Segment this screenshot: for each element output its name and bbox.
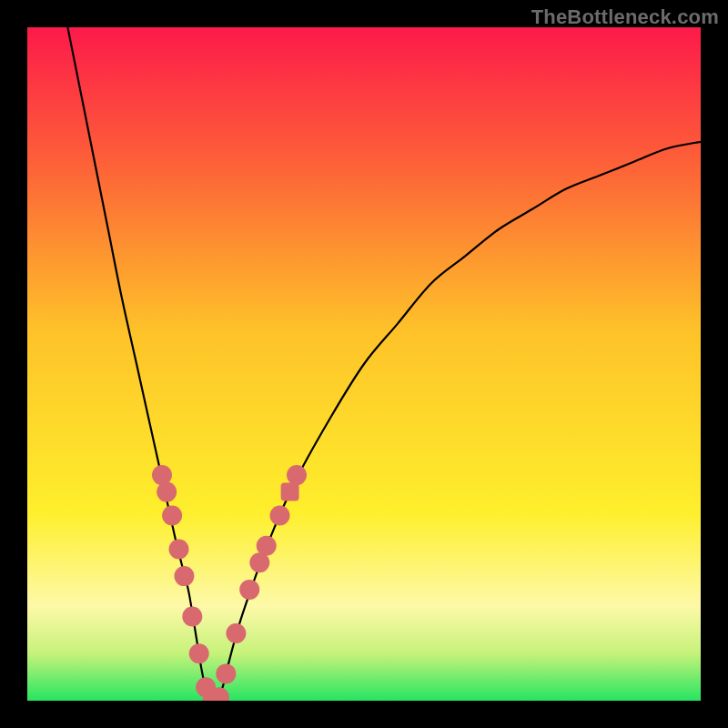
data-marker (189, 643, 209, 663)
watermark-text: TheBottleneck.com (531, 5, 719, 29)
data-marker (152, 465, 172, 485)
data-marker (216, 663, 236, 683)
data-marker (162, 506, 182, 526)
chart-svg (27, 27, 701, 701)
data-marker (182, 607, 202, 627)
data-marker (287, 465, 307, 485)
data-marker (226, 623, 246, 643)
data-marker (257, 536, 277, 556)
data-marker (239, 580, 259, 600)
data-marker (157, 482, 177, 502)
chart-frame: TheBottleneck.com (0, 0, 728, 728)
plot-area (27, 27, 701, 701)
data-marker (270, 506, 290, 526)
data-marker (169, 540, 189, 560)
data-marker (174, 566, 194, 586)
data-marker (281, 483, 299, 501)
